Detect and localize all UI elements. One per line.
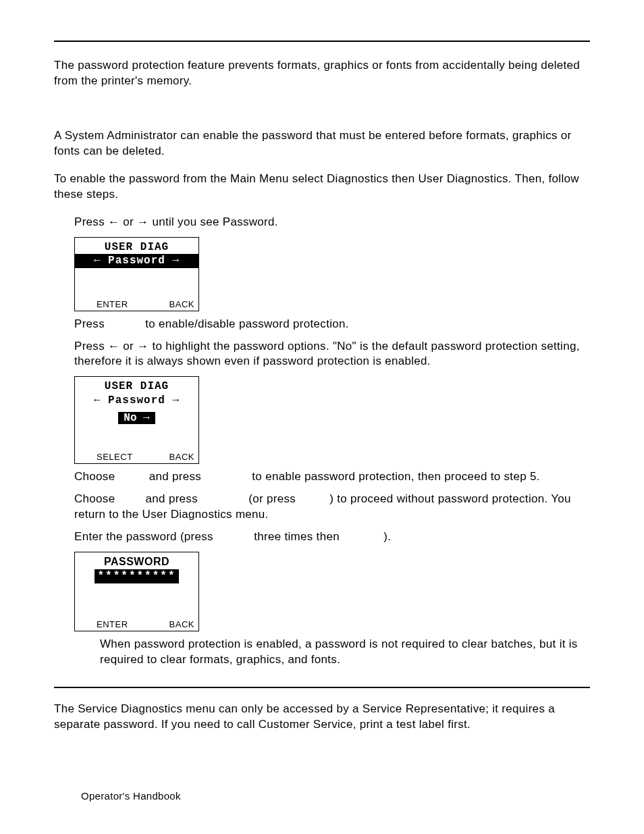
lcd3-highlight: **********	[95, 569, 178, 583]
step-1-text-c: until you see Password.	[149, 215, 277, 228]
enable-paragraph: To enable the password from the Main Men…	[54, 172, 590, 203]
arrow-left-icon: ←	[108, 215, 119, 228]
lcd1-softkeys: ENTER BACK	[78, 299, 196, 309]
lcd2-soft-right: BACK	[169, 452, 194, 462]
page: The password protection feature prevents…	[0, 0, 644, 834]
step-3-text-c: to highlight the password options. "No" …	[74, 340, 580, 368]
admin-paragraph: A System Administrator can enable the pa…	[54, 128, 590, 159]
lcd2-gap	[78, 424, 196, 452]
lcd1-soft-right: BACK	[169, 299, 194, 309]
lcd3-title: PASSWORD	[78, 555, 196, 569]
arrow-right-icon: →	[137, 340, 149, 353]
lcd3-softkeys: ENTER BACK	[78, 619, 196, 629]
step-1-text-b: or	[119, 215, 137, 228]
service-paragraph: The Service Diagnostics menu can only be…	[54, 702, 590, 733]
lcd2-title: USER DIAG	[78, 380, 196, 394]
section-rule	[54, 687, 590, 688]
lcd-screen-3: PASSWORD ********** ENTER BACK	[74, 552, 199, 631]
lcd1-gap	[78, 268, 196, 298]
lcd1-soft-left: ENTER	[97, 299, 128, 309]
lcd3-gap	[78, 583, 196, 619]
lcd2-soft-left: SELECT	[97, 452, 133, 462]
lcd-screen-2: USER DIAG ← Password → No → SELECT BACK	[74, 376, 199, 464]
intro-paragraph: The password protection feature prevents…	[54, 58, 590, 89]
step-4b: Choose and press (or press ) to proceed …	[54, 492, 590, 523]
step-1-text-a: Press	[74, 215, 108, 228]
top-rule	[54, 41, 590, 42]
step-3: Press ← or → to highlight the password o…	[54, 339, 590, 370]
step-3-text-a: Press	[74, 340, 108, 353]
step-3-text-b: or	[119, 340, 137, 353]
step-5: Enter the password (press three times th…	[54, 529, 590, 545]
lcd2-softkeys: SELECT BACK	[78, 452, 196, 462]
lcd3-soft-right: BACK	[169, 619, 194, 629]
arrow-right-icon: →	[137, 215, 149, 228]
step-1: Press ← or → until you see Password.	[54, 215, 590, 230]
note-paragraph: When password protection is enabled, a p…	[100, 637, 590, 668]
footer: Operator's Handbook	[81, 790, 181, 802]
step-4a: Choose and press to enable password prot…	[54, 469, 590, 485]
lcd2-value-highlight: No →	[118, 412, 155, 424]
lcd1-title: USER DIAG	[78, 240, 196, 255]
spacer	[54, 101, 590, 128]
lcd-screen-1: USER DIAG ← Password → ENTER BACK	[74, 237, 199, 311]
lcd3-value: **********	[78, 569, 196, 583]
lcd2-value-row: No →	[78, 412, 196, 424]
lcd1-option: ← Password →	[78, 254, 196, 268]
lcd2-option: ← Password →	[78, 394, 196, 408]
step-2: Press to enable/disable password protect…	[54, 317, 590, 332]
lcd3-soft-left: ENTER	[97, 619, 128, 629]
lcd1-highlight: ← Password →	[75, 254, 198, 268]
arrow-left-icon: ←	[108, 340, 119, 353]
